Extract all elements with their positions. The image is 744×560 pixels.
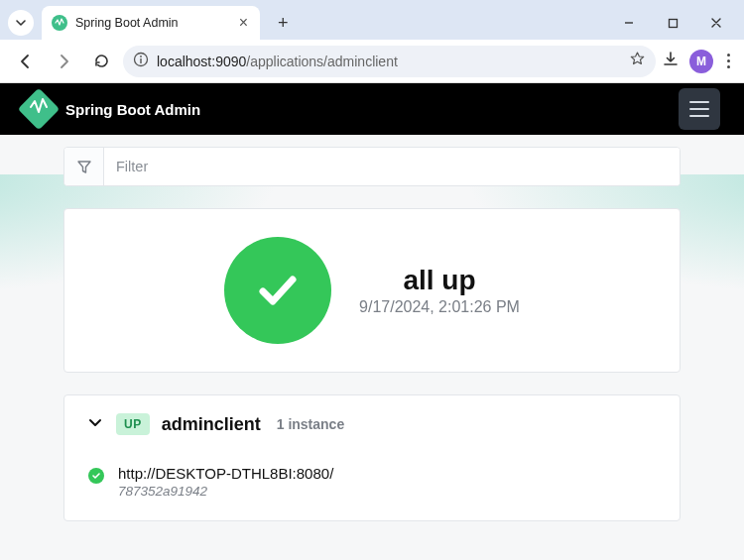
bookmark-star-icon[interactable]	[629, 51, 646, 71]
svg-rect-4	[140, 58, 141, 63]
browser-toolbar: localhost:9090/applications/adminclient …	[0, 40, 744, 83]
instance-row[interactable]: http://DESKTOP-DTHL8BI:8080/ 787352a9194…	[64, 453, 680, 520]
application-name: adminclient	[162, 414, 261, 435]
address-bar[interactable]: localhost:9090/applications/adminclient	[123, 46, 656, 77]
status-card: all up 9/17/2024, 2:01:26 PM	[63, 208, 681, 373]
window-close-button[interactable]	[696, 9, 736, 37]
tab-favicon-icon	[52, 15, 67, 31]
downloads-icon[interactable]	[662, 51, 680, 72]
filter-input[interactable]	[104, 148, 680, 185]
hamburger-menu-button[interactable]	[679, 88, 720, 130]
profile-avatar[interactable]: M	[689, 50, 713, 73]
window-maximize-button[interactable]	[653, 9, 692, 37]
brand-title: Spring Boot Admin	[65, 101, 200, 118]
address-url: localhost:9090/applications/adminclient	[157, 54, 621, 69]
svg-point-3	[140, 56, 142, 57]
application-header[interactable]: UP adminclient 1 instance	[64, 395, 680, 453]
instance-count: 1 instance	[277, 416, 344, 432]
brand[interactable]: Spring Boot Admin	[24, 94, 200, 124]
instance-url: http://DESKTOP-DTHL8BI:8080/	[118, 465, 333, 482]
instance-status-icon	[88, 468, 104, 484]
chevron-down-icon	[86, 413, 104, 435]
instance-id: 787352a91942	[118, 484, 333, 499]
status-check-icon	[224, 237, 331, 344]
status-title: all up	[359, 265, 520, 296]
tab-search-dropdown[interactable]	[8, 10, 34, 36]
window-minimize-button[interactable]	[609, 9, 649, 37]
nav-forward-button[interactable]	[48, 46, 79, 77]
nav-back-button[interactable]	[10, 46, 42, 77]
browser-tab-strip: Spring Boot Admin × +	[0, 0, 744, 40]
new-tab-button[interactable]: +	[270, 9, 297, 38]
filter-icon[interactable]	[64, 148, 104, 185]
status-badge: UP	[116, 413, 150, 435]
browser-tab[interactable]: Spring Boot Admin ×	[42, 6, 260, 40]
brand-logo-icon	[18, 88, 60, 130]
application-card: UP adminclient 1 instance http://DESKTOP…	[63, 394, 681, 521]
tab-close-icon[interactable]: ×	[237, 14, 250, 32]
app-navbar: Spring Boot Admin	[0, 83, 744, 135]
filter-row	[63, 147, 681, 186]
site-info-icon[interactable]	[133, 52, 149, 71]
app-body: all up 9/17/2024, 2:01:26 PM UP admincli…	[0, 135, 744, 560]
tab-title: Spring Boot Admin	[75, 16, 237, 30]
browser-menu-button[interactable]	[723, 50, 734, 72]
svg-rect-1	[669, 19, 677, 27]
nav-reload-button[interactable]	[85, 46, 117, 77]
status-timestamp: 9/17/2024, 2:01:26 PM	[359, 298, 520, 316]
